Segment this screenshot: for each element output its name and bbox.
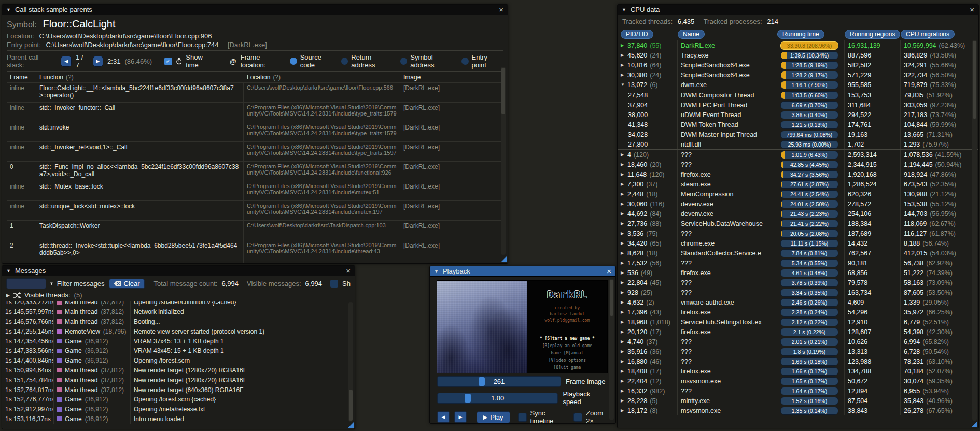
cpu-row[interactable]: ▶27,736(88)ServiceHub.DataWarehouse21.41… — [618, 219, 978, 228]
cpu-row[interactable]: ▶28,228(5)mintty.exe1.52 s (0.16%)87,504… — [618, 396, 978, 406]
expander-icon[interactable]: ▶ — [621, 339, 627, 344]
message-row[interactable]: 1s 145,557,997nsMain thread(37,812)Netwo… — [2, 307, 355, 317]
expander-icon[interactable]: ▶ — [621, 162, 627, 167]
expander-icon[interactable]: ▶ — [621, 231, 627, 236]
cpu-row[interactable]: ▶16,880(46)???1.69 s (0.18%)123,98878,23… — [618, 356, 978, 366]
expander-icon[interactable]: ▶ — [621, 320, 627, 324]
play-button[interactable]: ▶ Play — [477, 411, 510, 423]
cpu-row[interactable]: ▶18,460(20)???42.85 s (4.45%)2,344,9151,… — [618, 160, 978, 169]
resize-grip[interactable] — [972, 421, 977, 427]
expander-icon[interactable]: ▶ — [621, 251, 627, 255]
cpu-row[interactable]: 34,028DWM Master Input Thread799.64 ms (… — [618, 130, 978, 139]
message-row[interactable]: 1s 153,116,37nsGame(36,912)Intro menu lo… — [2, 414, 355, 424]
callstack-scrollbar[interactable] — [501, 67, 506, 255]
zoom-2x-checkbox[interactable]: Zoom 2× — [573, 409, 609, 424]
col-image[interactable]: Image — [400, 72, 503, 82]
radio-return-address[interactable]: Return address — [341, 53, 396, 69]
cpu-row[interactable]: ▶18,172(8)msvsmon.exe1.35 s (0.14%)38,84… — [618, 406, 978, 415]
expander-icon[interactable]: ▶ — [621, 192, 627, 196]
expander-icon[interactable]: ▶ — [621, 43, 627, 48]
playback-titlebar[interactable]: ▼ Playback × — [430, 266, 615, 277]
playback-speed-slider[interactable]: 1.00 — [437, 393, 558, 404]
col-running-regions[interactable]: Running regions — [845, 30, 900, 39]
expander-icon[interactable]: ▶ — [621, 280, 627, 285]
frame-image-slider[interactable]: 261 — [437, 376, 561, 387]
callstack-table-row[interactable]: inlinestd::_Invoker_functor::_CallC:\Pro… — [7, 102, 503, 122]
cpu-row[interactable]: 27,548DWM Compositor Thread1:03.5 (6.60%… — [618, 90, 978, 100]
expander-icon[interactable]: ▶ — [621, 182, 627, 186]
expander-icon[interactable]: ▶ — [621, 300, 627, 305]
expander-icon[interactable]: ▶ — [621, 398, 627, 403]
close-icon[interactable]: × — [970, 6, 974, 13]
sync-timeline-checkbox[interactable]: Sync timeline — [518, 409, 566, 424]
cpu-row[interactable]: ▶35,916(36)???1.8 s (0.19%)13,3136,728(5… — [618, 347, 978, 356]
cpu-row[interactable]: ▶18,968(1,018)ServiceHub.SettingsHost.ex… — [618, 317, 978, 327]
expander-icon[interactable]: ▶ — [621, 152, 627, 157]
expander-icon[interactable]: ▶ — [621, 172, 627, 177]
messages-list-viewport[interactable]: 1s 120,333,272nsMain thread(37,812)Openi… — [2, 301, 355, 427]
expander-icon[interactable]: ▶ — [621, 408, 627, 413]
close-icon[interactable]: × — [346, 267, 351, 275]
cpu-row[interactable]: ▶45,620(24)Tracy.exe1:39.5 (10.34%)887,5… — [618, 50, 978, 60]
expander-icon[interactable]: ▶ — [621, 270, 627, 275]
cpu-row[interactable]: ▶3,536(75)???20.05 s (2.08%)187,689116,1… — [618, 228, 978, 238]
expander-icon[interactable]: ▶ — [621, 221, 627, 226]
cpu-scrollbar[interactable] — [972, 40, 977, 421]
expander-icon[interactable]: ▶ — [621, 310, 627, 314]
cpu-row[interactable]: ▶16,332(982)???1.64 s (0.17%)12,8946,955… — [618, 386, 978, 396]
expander-icon[interactable]: ▼ — [621, 82, 627, 87]
next-frame-button[interactable]: ▶ — [454, 411, 467, 423]
expander-icon[interactable]: ▶ — [621, 389, 627, 393]
cpu-row[interactable]: ▶22,404(12)msvsmon.exe1.65 s (0.17%)50,6… — [618, 376, 978, 386]
callstack-table-row[interactable]: inlineFloor::CalcLight::__l4::<lambda_5b… — [7, 82, 503, 102]
expander-icon[interactable]: ▶ — [621, 349, 627, 354]
cpu-row[interactable]: ▶22,804(45)???3.78 s (0.39%)79,57858,163… — [618, 278, 978, 288]
expander-icon[interactable]: ▶ — [621, 379, 627, 383]
message-row[interactable]: 1s 150,994,64nsMain thread(37,812)New re… — [2, 366, 355, 376]
callstack-table-row[interactable]: 2std::thread::_Invoke<std::tuple<<lambda… — [7, 240, 503, 260]
col-function[interactable]: Function(?) — [36, 72, 244, 82]
message-row[interactable]: 1s 147,383,566nsGame(36,912)VRAM 43x45: … — [2, 346, 355, 356]
cpu-row[interactable]: ▶7,300(37)steam.exe27.61 s (2.87%)1,286,… — [618, 179, 978, 189]
message-row[interactable]: 1s 147,400,846nsGame(36,912)Opening /for… — [2, 356, 355, 366]
expander-icon[interactable]: ▶ — [621, 63, 627, 67]
cpu-row[interactable]: ▶10,816(64)ScriptedSandbox64.exe1:28.5 (… — [618, 60, 978, 70]
filter-input[interactable] — [6, 278, 46, 289]
resize-grip[interactable] — [501, 256, 507, 262]
col-running-time[interactable]: Running time — [777, 30, 824, 39]
callstack-table-row[interactable]: 0std::_Func_impl_no_alloc<<lambda_5bc224… — [7, 161, 503, 181]
collapse-icon[interactable]: ▼ — [6, 268, 11, 274]
cpu-row[interactable]: 27,800ntdll.dll25.93 ms (0.00%)1,7021,29… — [618, 139, 978, 149]
callstack-table-row[interactable]: 3beginthreadex[unknown][ucrtbase.dll] — [7, 260, 503, 264]
radio-entry-point[interactable]: Entry point — [461, 53, 503, 69]
col-name[interactable]: Name — [678, 30, 705, 39]
threads-expander-icon[interactable]: ▶ — [6, 293, 10, 298]
cpu-row[interactable]: 41,348DWM Token Thread1.21 s (0.13%)174,… — [618, 120, 978, 130]
col-cpu-migrations[interactable]: CPU migrations — [901, 30, 955, 39]
cpu-row[interactable]: ▶11,648(120)firefox.exe34.27 s (3.56%)1,… — [618, 169, 978, 179]
resize-grip[interactable] — [348, 422, 354, 428]
next-callstack-button[interactable]: ▶ — [93, 56, 104, 67]
clear-button[interactable]: Clear — [109, 279, 145, 289]
cpu-row[interactable]: 38,000uDWM Event Thread3.86 s (0.40%)294… — [618, 110, 978, 120]
message-row[interactable]: 1s 152,764,817nsMain thread(37,812)New r… — [2, 385, 355, 395]
col-frame[interactable]: Frame — [7, 72, 36, 82]
cpu-row[interactable]: ▶18,408(17)firefox.exe1.66 s (0.17%)134,… — [618, 366, 978, 376]
expander-icon[interactable]: ▶ — [621, 53, 627, 58]
expander-icon[interactable]: ▶ — [621, 261, 627, 265]
expander-icon[interactable]: ▶ — [621, 202, 627, 206]
collapse-icon[interactable]: ▼ — [6, 7, 11, 12]
cpu-row[interactable]: ▶4,740(37)???2.01 s (0.21%)10,6266,994(6… — [618, 337, 978, 347]
close-icon[interactable]: × — [607, 267, 611, 275]
message-row[interactable]: 1s 146,576,766nsMain thread(37,812)Booti… — [2, 317, 355, 327]
cpu-row[interactable]: ▼13,072(6)dwm.exe1:16.1 (7.90%)955,58571… — [618, 80, 978, 90]
expander-icon[interactable]: ▶ — [621, 73, 627, 77]
expander-icon[interactable]: ▶ — [621, 290, 627, 295]
col-location[interactable]: Location(?) — [244, 72, 400, 82]
expander-icon[interactable]: ▶ — [621, 211, 627, 216]
close-icon[interactable]: × — [499, 6, 503, 13]
callstack-titlebar[interactable]: ▼ Call stack sample parents × — [2, 5, 508, 15]
cpu-row[interactable]: ▶20,120(17)firefox.exe2.1 s (0.22%)128,6… — [618, 327, 978, 337]
cpu-titlebar[interactable]: ▼ CPU data × — [618, 5, 978, 15]
message-row[interactable]: 1s 147,255,145nsRemoteView(18,796)Remote… — [2, 326, 355, 336]
